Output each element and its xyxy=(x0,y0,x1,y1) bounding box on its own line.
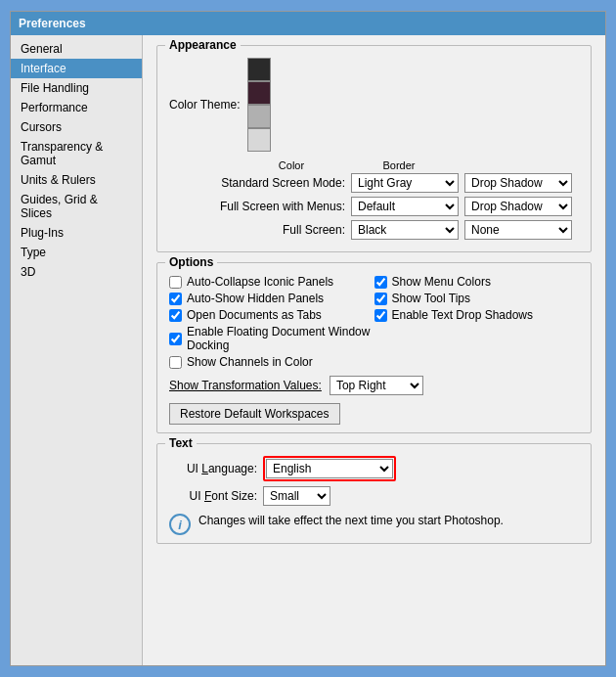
color-column-header: Color xyxy=(238,159,345,171)
transform-dropdown[interactable]: Top RightTop LeftBottom RightBottom Left… xyxy=(330,376,423,395)
title-bar: Preferences xyxy=(11,12,605,35)
transform-label: Show Transformation Values: xyxy=(169,379,322,392)
ui-label-text: UI xyxy=(187,462,201,475)
sidebar-item-guides,-grid-and-slices[interactable]: Guides, Grid & Slices xyxy=(11,190,142,223)
appearance-label: Appearance xyxy=(165,38,241,52)
ui-label-rest: anguage: xyxy=(208,462,257,475)
ui-font-size-row: UI Font Size: SmallMediumLarge xyxy=(169,486,579,506)
screen-mode-row-1: Full Screen with Menus:Light GrayDefault… xyxy=(169,197,579,216)
info-message: Changes will take effect the next time y… xyxy=(198,514,504,527)
text-section-label: Text xyxy=(165,436,197,450)
transform-label-text: how Transformation Values: xyxy=(177,379,322,392)
color-theme-row: Color Theme: xyxy=(169,58,579,152)
color-dropdown-0[interactable]: Light GrayDefaultBlackMedium GrayDark Gr… xyxy=(351,173,459,193)
option-left-2: Open Documents as Tabs xyxy=(169,308,374,322)
option-right-checkbox-1[interactable] xyxy=(374,293,387,305)
option-right-label-2: Enable Text Drop Shadows xyxy=(392,308,534,322)
option-right-label-0: Show Menu Colors xyxy=(392,275,491,289)
option-right-1: Show Tool Tips xyxy=(374,292,580,305)
ui-font-label-rest: ont Size: xyxy=(211,489,257,503)
screen-mode-row-2: Full Screen:Light GrayDefaultBlackMedium… xyxy=(169,220,579,240)
ui-language-dropdown[interactable]: English xyxy=(266,459,393,478)
window-title: Preferences xyxy=(19,17,86,30)
option-right-0: Show Menu Colors xyxy=(374,275,580,289)
option-left-checkbox-3[interactable] xyxy=(169,333,182,345)
option-left-checkbox-4[interactable] xyxy=(169,356,182,369)
option-right-2: Enable Text Drop Shadows xyxy=(374,308,580,322)
sidebar-item-performance[interactable]: Performance xyxy=(11,98,142,117)
sidebar-item-plug-ins[interactable]: Plug-Ins xyxy=(11,223,142,243)
sidebar-item-3d[interactable]: 3D xyxy=(11,262,142,282)
border-dropdown-0[interactable]: Drop ShadowNoneLine xyxy=(464,173,572,193)
option-left-label-0: Auto-Collapse Iconic Panels xyxy=(187,275,333,289)
ui-language-select-wrapper: English xyxy=(263,456,396,481)
ui-language-row: UI Language: English xyxy=(169,456,579,481)
info-row: i Changes will take effect the next time… xyxy=(169,514,579,535)
color-swatch-0[interactable] xyxy=(247,58,271,81)
color-swatches xyxy=(247,58,275,152)
options-label: Options xyxy=(165,255,217,269)
ui-font-size-dropdown[interactable]: SmallMediumLarge xyxy=(263,486,330,506)
sidebar-item-cursors[interactable]: Cursors xyxy=(11,117,142,137)
border-dropdown-2[interactable]: Drop ShadowNoneLine xyxy=(464,220,572,240)
option-right-label-1: Show Tool Tips xyxy=(392,292,471,305)
option-right-checkbox-2[interactable] xyxy=(374,309,387,322)
ui-font-label-text: UI xyxy=(190,489,204,503)
border-column-header: Border xyxy=(345,159,453,171)
screen-mode-rows: Standard Screen Mode:Light GrayDefaultBl… xyxy=(169,173,579,240)
color-swatch-3[interactable] xyxy=(247,128,271,152)
sidebar: GeneralInterfaceFile HandlingPerformance… xyxy=(11,35,143,665)
screen-mode-label-2: Full Screen: xyxy=(169,223,345,237)
option-left-checkbox-0[interactable] xyxy=(169,276,182,289)
option-left-checkbox-2[interactable] xyxy=(169,309,182,322)
option-left-checkbox-1[interactable] xyxy=(169,293,182,305)
sidebar-item-file-handling[interactable]: File Handling xyxy=(11,78,142,98)
ui-language-label: UI Language: xyxy=(169,462,257,475)
preferences-window: Preferences GeneralInterfaceFile Handlin… xyxy=(10,11,606,666)
right-checkboxes: Show Menu ColorsShow Tool TipsEnable Tex… xyxy=(374,275,580,372)
option-left-label-3: Enable Floating Document Window Docking xyxy=(187,325,374,352)
sidebar-item-general[interactable]: General xyxy=(11,39,142,59)
option-left-4: Show Channels in Color xyxy=(169,355,374,369)
sidebar-item-units-and-rulers[interactable]: Units & Rulers xyxy=(11,170,142,190)
ui-font-size-label: UI Font Size: xyxy=(169,489,257,503)
options-section: Options Auto-Collapse Iconic PanelsAuto-… xyxy=(156,262,592,433)
color-dropdown-1[interactable]: Light GrayDefaultBlackMedium GrayDark Gr… xyxy=(351,197,459,216)
sidebar-item-type[interactable]: Type xyxy=(11,243,142,262)
option-left-label-4: Show Channels in Color xyxy=(187,355,313,369)
color-headers: Color Border xyxy=(238,159,579,171)
option-left-label-2: Open Documents as Tabs xyxy=(187,308,322,322)
color-swatch-1[interactable] xyxy=(247,81,271,105)
text-section: Text UI Language: English xyxy=(156,443,592,544)
option-right-checkbox-0[interactable] xyxy=(374,276,387,289)
option-left-3: Enable Floating Document Window Docking xyxy=(169,325,374,352)
left-checkboxes: Auto-Collapse Iconic PanelsAuto-Show Hid… xyxy=(169,275,374,372)
color-dropdown-2[interactable]: Light GrayDefaultBlackMedium GrayDark Gr… xyxy=(351,220,459,240)
restore-button-container: Restore Default Workspaces xyxy=(169,395,579,425)
sidebar-item-transparency-and-gamut[interactable]: Transparency & Gamut xyxy=(11,137,142,170)
screen-mode-label-0: Standard Screen Mode: xyxy=(169,176,345,190)
border-dropdown-1[interactable]: Drop ShadowNoneLine xyxy=(464,197,572,216)
main-content: Appearance Color Theme: Color Border Sta… xyxy=(143,35,605,665)
option-left-label-1: Auto-Show Hidden Panels xyxy=(187,292,324,305)
screen-mode-label-1: Full Screen with Menus: xyxy=(169,200,345,213)
screen-mode-row-0: Standard Screen Mode:Light GrayDefaultBl… xyxy=(169,173,579,193)
restore-default-workspaces-button[interactable]: Restore Default Workspaces xyxy=(169,403,340,425)
appearance-section: Appearance Color Theme: Color Border Sta… xyxy=(156,45,592,252)
sidebar-item-interface[interactable]: Interface xyxy=(11,59,142,78)
ui-label-underline: L xyxy=(201,462,208,475)
option-left-1: Auto-Show Hidden Panels xyxy=(169,292,374,305)
color-theme-label: Color Theme: xyxy=(169,98,240,112)
color-swatch-2[interactable] xyxy=(247,105,271,128)
transform-row: Show Transformation Values: Top RightTop… xyxy=(169,376,579,395)
option-left-0: Auto-Collapse Iconic Panels xyxy=(169,275,374,289)
options-checkboxes: Auto-Collapse Iconic PanelsAuto-Show Hid… xyxy=(169,275,579,372)
info-icon: i xyxy=(169,514,191,535)
